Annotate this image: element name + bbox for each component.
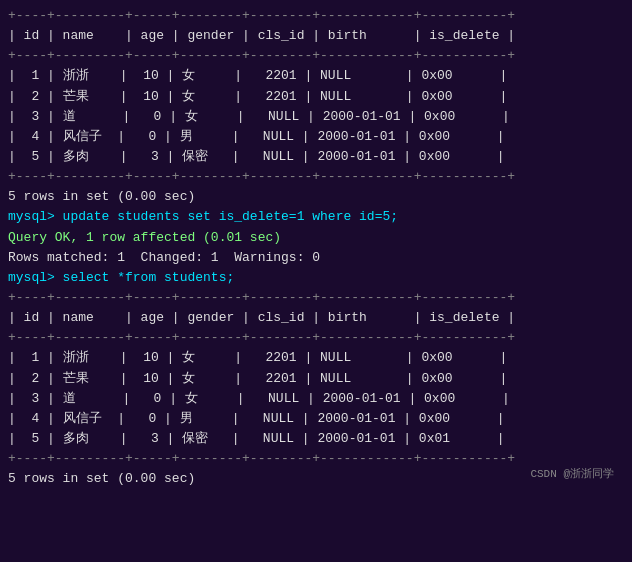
terminal-line: | 2 | 芒果 | 10 | 女 | 2201 | NULL | 0x00 | [8,369,624,389]
watermark: CSDN @浙浙同学 [530,466,614,481]
terminal-line: | 1 | 浙浙 | 10 | 女 | 2201 | NULL | 0x00 | [8,348,624,368]
terminal-line: +----+---------+-----+--------+--------+… [8,46,624,66]
terminal-line: | id | name | age | gender | cls_id | bi… [8,26,624,46]
terminal-line: | 5 | 多肉 | 3 | 保密 | NULL | 2000-01-01 | … [8,147,624,167]
terminal-line: +----+---------+-----+--------+--------+… [8,6,624,26]
terminal-line: mysql> update students set is_delete=1 w… [8,207,624,227]
terminal-line: | 1 | 浙浙 | 10 | 女 | 2201 | NULL | 0x00 | [8,66,624,86]
terminal-line: Rows matched: 1 Changed: 1 Warnings: 0 [8,248,624,268]
terminal-line: | 5 | 多肉 | 3 | 保密 | NULL | 2000-01-01 | … [8,429,624,449]
terminal-line: Query OK, 1 row affected (0.01 sec) [8,228,624,248]
terminal-line: | 4 | 风信子 | 0 | 男 | NULL | 2000-01-01 | … [8,409,624,429]
terminal-line: +----+---------+-----+--------+--------+… [8,328,624,348]
terminal-line: | id | name | age | gender | cls_id | bi… [8,308,624,328]
terminal-line: | 3 | 道 | 0 | 女 | NULL | 2000-01-01 | 0x… [8,389,624,409]
terminal-container: +----+---------+-----+--------+--------+… [8,6,624,489]
terminal-line: +----+---------+-----+--------+--------+… [8,288,624,308]
terminal-line: | 4 | 风信子 | 0 | 男 | NULL | 2000-01-01 | … [8,127,624,147]
terminal-line: mysql> select *from students; [8,268,624,288]
terminal-line: 5 rows in set (0.00 sec) [8,187,624,207]
terminal-line: | 2 | 芒果 | 10 | 女 | 2201 | NULL | 0x00 | [8,87,624,107]
terminal-output: +----+---------+-----+--------+--------+… [8,6,624,489]
terminal-line: | 3 | 道 | 0 | 女 | NULL | 2000-01-01 | 0x… [8,107,624,127]
terminal-line: +----+---------+-----+--------+--------+… [8,167,624,187]
